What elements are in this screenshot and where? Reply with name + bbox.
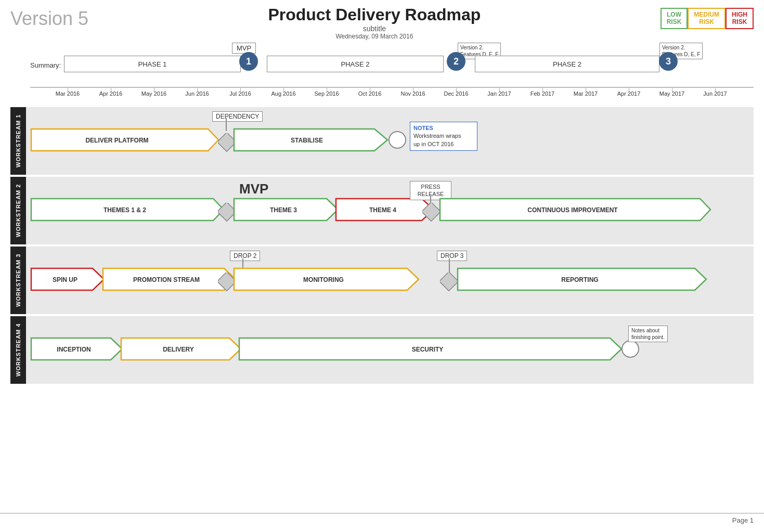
- svg-text:THEME 3: THEME 3: [270, 206, 297, 214]
- workstream-content-1: DELIVER PLATFORM DEPENDENCY STABILISE: [26, 107, 754, 175]
- risk-legend: LOWRISK MEDIUMRISK HIGHRISK: [661, 5, 754, 29]
- svg-text:THEMES 1 & 2: THEMES 1 & 2: [103, 206, 146, 214]
- inception-shape: INCEPTION: [31, 338, 122, 360]
- workstream-content-3: DROP 2 SPIN UP PROMOTION STREAM: [26, 246, 754, 314]
- summary-label: Summary:: [30, 61, 61, 69]
- milestone-3: 3: [659, 52, 678, 71]
- phase-bar-3: PHASE 2: [475, 56, 659, 72]
- diamond-ws3-2: [440, 273, 459, 293]
- small-note-ws4: Notes aboutfinishing point.: [628, 326, 668, 342]
- workstream-label-2: WORKSTREAM 2: [10, 177, 26, 244]
- continuous-improvement-shape: CONTINUOUS IMPROVEMENT: [440, 199, 710, 220]
- workstream-row-3: WORKSTREAM 3 DROP 2 SPIN UP PROMOTION ST…: [10, 246, 754, 314]
- svg-text:STABILISE: STABILISE: [291, 137, 323, 144]
- phase-bar-2: PHASE 2: [267, 56, 444, 72]
- note-title-ws1: NOTES: [413, 124, 474, 132]
- svg-text:SECURITY: SECURITY: [412, 346, 444, 353]
- diamond-ws2-2: [422, 203, 441, 224]
- circle-ws4: [621, 340, 639, 358]
- circle-ws1: [389, 131, 406, 149]
- svg-text:DELIVER PLATFORM: DELIVER PLATFORM: [85, 137, 148, 144]
- page-number: Page 1: [732, 516, 754, 524]
- workstream-row-1: WORKSTREAM 1 DELIVER PLATFORM DEPENDENCY: [10, 107, 754, 175]
- timeline-area: Summary: MVP Version 2.Features D, E, F …: [10, 43, 754, 384]
- medium-risk-badge: MEDIUMRISK: [688, 8, 726, 29]
- theme3-shape: THEME 3: [234, 199, 338, 220]
- subtitle: subtitle: [88, 24, 661, 33]
- diamond-svg-ws2-2: [422, 203, 441, 222]
- svg-rect-12: [422, 203, 441, 221]
- note-text-ws1: Workstream wrapsup in OCT 2016: [413, 132, 474, 148]
- header: Version 5 Product Delivery Roadmap subti…: [10, 5, 754, 40]
- phase-bar-1: PHASE 1: [64, 56, 241, 72]
- low-risk-badge: LOWRISK: [661, 8, 688, 29]
- svg-text:DELIVERY: DELIVERY: [163, 346, 194, 353]
- timeline-ticks: Mar 2016 Apr 2016 May 2016 Jun 2016 Jul …: [30, 87, 754, 105]
- date-text: Wednesday, 09 March 2016: [88, 33, 661, 40]
- workstream-label-3: WORKSTREAM 3: [10, 246, 26, 314]
- diamond-svg-ws3-2: [440, 273, 459, 291]
- reporting-shape: REPORTING: [458, 268, 706, 290]
- workstream-content-4: INCEPTION DELIVERY SECURITY Notes aboutf…: [26, 316, 754, 384]
- milestone-1: 1: [239, 52, 258, 71]
- mvp-big-ws2: MVP: [239, 181, 268, 197]
- mvp-label-top: MVP: [232, 43, 256, 54]
- themes12-shape: THEMES 1 & 2: [31, 199, 224, 220]
- note-box-ws1: NOTES Workstream wrapsup in OCT 2016: [410, 122, 477, 151]
- bottom-border: [0, 513, 764, 514]
- drop2-label: DROP 2: [230, 251, 260, 261]
- version-label: Version 5: [10, 5, 88, 30]
- delivery-shape: DELIVERY: [121, 338, 241, 360]
- main-title: Product Delivery Roadmap: [88, 5, 661, 24]
- summary-row: Summary: MVP Version 2.Features D, E, F …: [30, 43, 754, 87]
- theme4-shape: THEME 4: [336, 199, 434, 220]
- svg-text:INCEPTION: INCEPTION: [57, 346, 90, 353]
- workstream-row-4: WORKSTREAM 4 INCEPTION DELIVERY SECURITY: [10, 316, 754, 384]
- svg-text:PROMOTION STREAM: PROMOTION STREAM: [133, 276, 200, 283]
- svg-text:MONITORING: MONITORING: [303, 276, 344, 283]
- milestone-2: 2: [447, 52, 465, 71]
- monitoring-shape: MONITORING: [234, 268, 419, 290]
- workstream-label-1: WORKSTREAM 1: [10, 107, 26, 175]
- promotion-shape: PROMOTION STREAM: [103, 268, 236, 290]
- workstream-content-2: THEMES 1 & 2 MVP THEME 3: [26, 177, 754, 244]
- svg-rect-22: [440, 273, 458, 291]
- dependency-connector: [226, 118, 227, 131]
- stabilise-shape: STABILISE: [234, 129, 387, 151]
- workstream-label-4: WORKSTREAM 4: [10, 316, 26, 384]
- title-block: Product Delivery Roadmap subtitle Wednes…: [88, 5, 661, 40]
- spinup-shape: SPIN UP: [31, 268, 104, 290]
- svg-text:THEME 4: THEME 4: [369, 206, 396, 214]
- svg-text:CONTINUOUS IMPROVEMENT: CONTINUOUS IMPROVEMENT: [527, 206, 618, 214]
- dependency-label: DEPENDENCY: [212, 111, 263, 122]
- svg-text:REPORTING: REPORTING: [561, 276, 598, 283]
- workstream-row-2: WORKSTREAM 2 THEMES 1 & 2 MVP: [10, 177, 754, 244]
- page-container: Version 5 Product Delivery Roadmap subti…: [0, 0, 764, 532]
- svg-text:SPIN UP: SPIN UP: [53, 276, 77, 283]
- deliver-platform-shape: DELIVER PLATFORM: [31, 129, 218, 151]
- high-risk-badge: HIGHRISK: [726, 8, 754, 29]
- drop3-label: DROP 3: [437, 251, 467, 261]
- security-shape: SECURITY: [239, 338, 621, 360]
- drop3-connector: [449, 258, 450, 274]
